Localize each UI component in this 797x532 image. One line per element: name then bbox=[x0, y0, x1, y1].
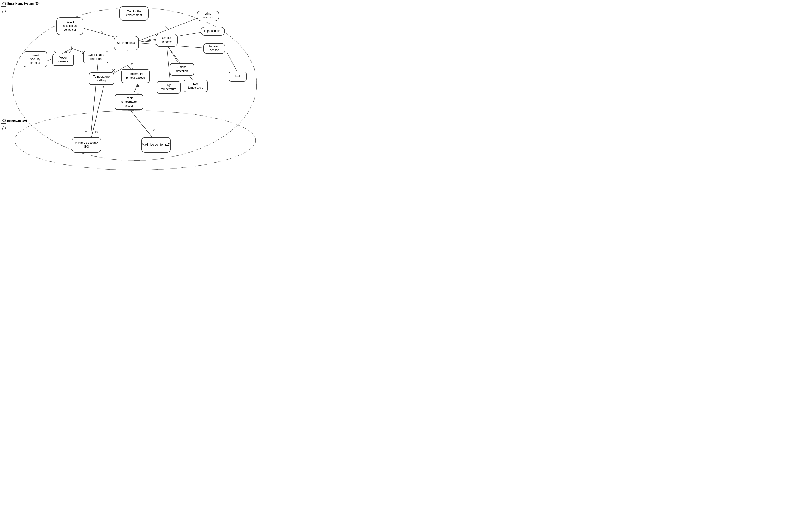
node-smart-camera: Smart security camera bbox=[23, 51, 47, 67]
actor-smart-home bbox=[2, 2, 6, 13]
actor-head bbox=[2, 2, 6, 5]
node-enable-temp-label: Enable temperature access bbox=[118, 96, 140, 108]
node-full-label: Full bbox=[235, 75, 240, 78]
node-temp-setting: Temperature setting bbox=[89, 73, 114, 85]
actor-arms2 bbox=[1, 123, 6, 124]
node-detect-label: Detect suspicious behaviour bbox=[59, 21, 80, 32]
node-monitor-environment: Monitor the environment bbox=[119, 6, 149, 21]
node-enable-temp: Enable temperature access bbox=[115, 94, 143, 110]
node-high-temp: High temperature bbox=[156, 81, 181, 94]
node-high-temp-label: High temperature bbox=[160, 83, 178, 91]
node-monitor-label: Monitor the environment bbox=[122, 10, 146, 17]
node-smoke-detection: Smoke detection bbox=[170, 63, 194, 76]
node-smoke-detector: Smoke detector bbox=[155, 34, 178, 46]
node-temp-remote: Temperature remote access bbox=[121, 69, 150, 83]
node-infrared-label: Infrared sensor bbox=[206, 45, 222, 52]
node-camera-label: Smart security camera bbox=[26, 54, 44, 65]
node-temp-remote-label: Temperature remote access bbox=[124, 72, 147, 80]
node-low-temp: Low temperature bbox=[184, 80, 208, 92]
node-set-thermostat: Set thermostat bbox=[114, 36, 139, 51]
actor-inhabitant bbox=[2, 119, 6, 130]
actor-body2 bbox=[4, 122, 4, 127]
node-smoke-detector-label: Smoke detector bbox=[159, 36, 175, 44]
inhabitant-boundary bbox=[14, 110, 256, 170]
node-maximize-comfort: Maximize comfort (15) bbox=[141, 137, 171, 153]
actor-arms bbox=[1, 6, 6, 7]
node-max-comfort-label: Maximize comfort (15) bbox=[142, 143, 170, 147]
node-maximize-security: Maximize security (30) bbox=[72, 137, 101, 153]
node-max-security-label: Maximize security (30) bbox=[72, 141, 101, 149]
node-cyber-attack: Cyber attack detection bbox=[83, 51, 108, 63]
node-motion-label: Motion sensors bbox=[55, 56, 71, 63]
node-motion-sensors: Motion sensors bbox=[52, 54, 74, 66]
actor-leg-right2 bbox=[4, 127, 6, 130]
actor-leg-right bbox=[4, 10, 6, 13]
node-thermostat-label: Set thermostat bbox=[117, 41, 136, 45]
actor-body bbox=[4, 5, 4, 10]
actor-smart-home-label: SmartHomeSystem (50) bbox=[7, 2, 40, 5]
node-temp-setting-label: Temperature setting bbox=[92, 75, 111, 82]
node-wind-sensors-label: Wind sensors bbox=[200, 12, 216, 19]
node-cyber-label: Cyber attack detection bbox=[86, 53, 106, 61]
node-infrared-sensor: Infrared sensor bbox=[203, 43, 225, 54]
actor-leg-left2 bbox=[2, 127, 4, 130]
node-full: Full bbox=[228, 72, 247, 81]
node-light-sensors: Light sensors bbox=[201, 27, 225, 36]
node-smoke-detection-label: Smoke detection bbox=[173, 65, 191, 73]
actor-inhabitant-label: Inhabitant (50) bbox=[7, 119, 27, 122]
actor-legs bbox=[3, 10, 5, 13]
node-low-temp-label: Low temperature bbox=[187, 82, 205, 90]
diagram-container: SmartHomeSystem (50) Inhabitant (50) And bbox=[0, 0, 264, 177]
node-wind-sensors: Wind sensors bbox=[197, 11, 219, 21]
actor-head2 bbox=[2, 119, 6, 122]
node-detect-suspicious: Detect suspicious behaviour bbox=[56, 17, 83, 35]
actor-legs2 bbox=[3, 127, 5, 130]
node-light-sensors-label: Light sensors bbox=[204, 29, 221, 33]
actor-leg-left bbox=[2, 10, 4, 13]
